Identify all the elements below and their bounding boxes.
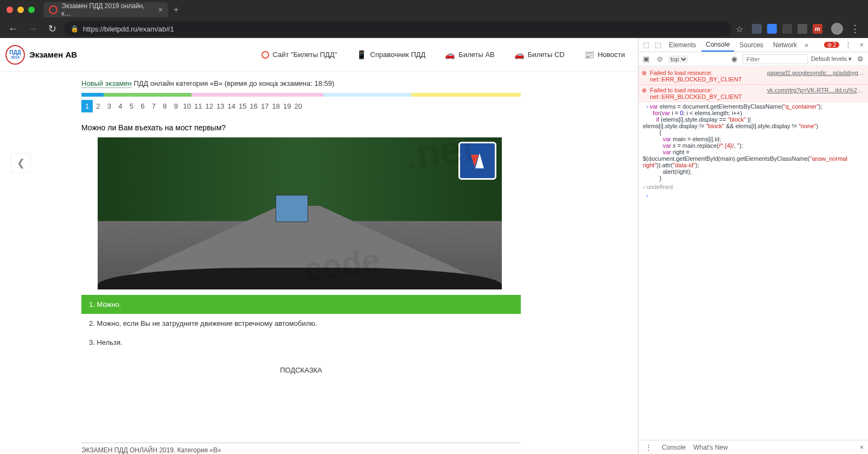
close-tab-icon[interactable]: × — [158, 5, 163, 14]
question-number[interactable]: 17 — [259, 100, 271, 112]
log-levels-select[interactable]: Default levels ▾ — [811, 55, 852, 62]
sidebar-toggle-icon[interactable]: ▣ — [641, 54, 652, 64]
browser-tab[interactable]: Экзамен ПДД 2019 онлайн, к… × — [43, 2, 168, 17]
nav-label: Билеты AB — [458, 51, 494, 59]
site-logo[interactable]: ПДД 2019 — [5, 45, 25, 65]
minimize-window-button[interactable] — [17, 7, 24, 13]
question-numbers: 1234567891011121314151617181920 — [81, 100, 521, 112]
answers-list: 1. Можно.2. Можно, если Вы не затрудните… — [81, 295, 521, 352]
nav-label: Справочник ПДД — [370, 51, 425, 59]
answer-option[interactable]: 3. Нельзя. — [81, 333, 521, 352]
logo-text-top: ПДД — [9, 50, 21, 55]
inspect-icon[interactable]: ⬚ — [641, 40, 652, 50]
page-content: ПДД 2019 Экзамен AB Сайт "Билеты ПДД" 📱С… — [0, 38, 638, 454]
forward-button[interactable]: → — [25, 23, 40, 35]
question-number[interactable]: 2 — [93, 100, 104, 112]
extension-icon[interactable]: m — [813, 24, 822, 34]
extensions: m — [748, 24, 827, 34]
question-number[interactable]: 13 — [215, 100, 226, 112]
clear-console-icon[interactable]: ⊘ — [655, 54, 665, 64]
extension-icon[interactable] — [797, 24, 807, 34]
site-title: Экзамен AB — [29, 50, 77, 59]
back-button[interactable]: ← — [5, 23, 21, 35]
devtools-close-icon[interactable]: × — [857, 40, 866, 50]
nav-label: Сайт "Билеты ПДД" — [272, 51, 337, 59]
question-number[interactable]: 9 — [170, 100, 182, 112]
progress-strip — [81, 93, 521, 97]
nav-label: Билеты CD — [528, 51, 565, 59]
close-window-button[interactable] — [7, 7, 13, 13]
browser-titlebar: Экзамен ПДД 2019 онлайн, к… × + — [0, 0, 868, 20]
nav-news[interactable]: 📰Новости — [577, 50, 633, 60]
tab-favicon — [49, 5, 58, 14]
nav-handbook[interactable]: 📱Справочник ПДД — [349, 50, 433, 60]
devtools-drawer: ⋮ Console What's New × — [639, 440, 868, 454]
device-icon[interactable]: ⬚ — [653, 40, 663, 50]
tab-elements[interactable]: Elements — [665, 39, 700, 51]
question-number[interactable]: 5 — [126, 100, 137, 112]
filter-input[interactable] — [743, 54, 808, 64]
car-icon: 🚗 — [445, 50, 455, 60]
drawer-menu-icon[interactable]: ⋮ — [643, 442, 654, 452]
nav-site[interactable]: Сайт "Билеты ПДД" — [254, 51, 344, 59]
settings-icon[interactable]: ⚙ — [855, 54, 866, 64]
question-text: Можно ли Вам въехать на мост первым? — [81, 123, 521, 132]
question-number[interactable]: 20 — [293, 100, 304, 112]
hint-button[interactable]: ПОДСКАЗКА — [81, 352, 521, 388]
extension-icon[interactable] — [782, 24, 792, 34]
breadcrumb-text: ПДД онлайн категория «B» (время до конца… — [133, 79, 334, 87]
nav-label: Новости — [598, 51, 625, 59]
error-source-link[interactable]: vk.com/rtrg?p=VK-RTR…dd.ru%2Fexam%2Fab:1 — [767, 87, 865, 100]
question-number[interactable]: 4 — [115, 100, 126, 112]
console-prompt[interactable]: › — [639, 191, 868, 200]
tab-sources[interactable]: Sources — [735, 39, 768, 51]
more-tabs-icon[interactable]: » — [802, 40, 810, 50]
ring-icon — [261, 51, 269, 59]
question-number[interactable]: 10 — [182, 100, 193, 112]
address-bar[interactable]: 🔒 https://biletpdd.ru/exam/ab#1 — [64, 21, 731, 36]
devtools-menu-icon[interactable]: ⋮ — [843, 40, 854, 50]
question-number[interactable]: 16 — [248, 100, 260, 112]
question-number[interactable]: 3 — [104, 100, 115, 112]
drawer-close-icon[interactable]: × — [860, 444, 864, 451]
console-error: ⊗Failed to load resource:net::ERR_BLOCKE… — [639, 67, 868, 85]
nav-tickets-cd[interactable]: 🚗Билеты CD — [507, 50, 572, 60]
extension-icon[interactable] — [767, 24, 777, 34]
profile-avatar[interactable] — [831, 23, 843, 35]
question-number[interactable]: 11 — [193, 100, 204, 112]
extension-icon[interactable] — [752, 24, 762, 34]
question-number[interactable]: 14 — [226, 100, 238, 112]
context-select[interactable]: top — [668, 55, 688, 63]
console-output: ⊗Failed to load resource:net::ERR_BLOCKE… — [639, 66, 868, 440]
question-number[interactable]: 19 — [282, 100, 293, 112]
console-result: ‹ undefined — [639, 182, 868, 191]
browser-toolbar: ← → ↻ 🔒 https://biletpdd.ru/exam/ab#1 ☆ … — [0, 20, 868, 38]
maximize-window-button[interactable] — [28, 7, 35, 13]
drawer-tab-console[interactable]: Console — [662, 444, 686, 451]
error-badge[interactable]: ⊘ 2 — [824, 42, 839, 48]
eye-icon[interactable]: ◉ — [729, 54, 739, 64]
question-number[interactable]: 12 — [204, 100, 215, 112]
prev-question-button[interactable]: ❮ — [11, 153, 30, 173]
drawer-tab-whatsnew[interactable]: What's New — [693, 444, 728, 451]
new-tab-button[interactable]: + — [174, 5, 178, 15]
answer-option[interactable]: 1. Можно. — [81, 295, 521, 314]
tab-console[interactable]: Console — [701, 39, 734, 52]
new-exam-link[interactable]: Новый экзамен — [81, 79, 132, 88]
answer-option[interactable]: 2. Можно, если Вы не затрудните движение… — [81, 314, 521, 333]
question-number[interactable]: 1 — [81, 100, 93, 112]
error-count: 2 — [833, 42, 837, 48]
question-image: .netcode — [98, 137, 502, 289]
nav-tickets-ab[interactable]: 🚗Билеты AB — [437, 50, 502, 60]
question-number[interactable]: 7 — [148, 100, 159, 112]
menu-button[interactable]: ⋮ — [847, 23, 863, 35]
tab-network[interactable]: Network — [769, 39, 801, 51]
console-code: › var elems = document.getElementsByClas… — [639, 102, 868, 182]
question-number[interactable]: 8 — [159, 100, 171, 112]
bookmark-star-icon[interactable]: ☆ — [736, 24, 743, 34]
question-number[interactable]: 15 — [237, 100, 248, 112]
question-number[interactable]: 18 — [271, 100, 282, 112]
question-number[interactable]: 6 — [137, 100, 149, 112]
reload-button[interactable]: ↻ — [44, 23, 60, 35]
error-source-link[interactable]: pagead2.googlesyndic…js/adsbygoogle.js:1 — [767, 70, 865, 83]
